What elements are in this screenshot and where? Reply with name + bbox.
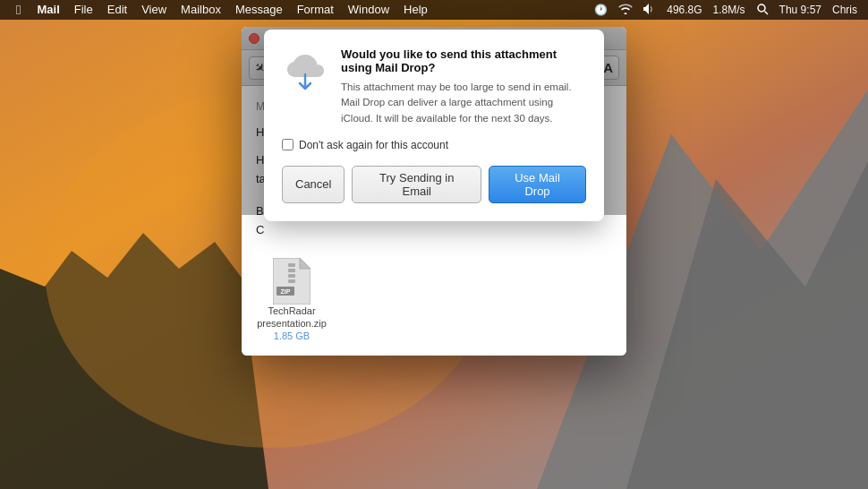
svg-point-5 bbox=[758, 4, 765, 12]
dialog-header: Would you like to send this attachment u… bbox=[282, 47, 586, 126]
use-mail-drop-button[interactable]: Use Mail Drop bbox=[489, 166, 586, 203]
menubar-right: 🕐 496.8G 1.8M/s Thu 9:57 Chris bbox=[591, 3, 861, 18]
time-machine-icon[interactable]: 🕐 bbox=[591, 4, 611, 16]
cancel-button[interactable]: Cancel bbox=[282, 166, 345, 203]
dialog-buttons: Cancel Try Sending in Email Use Mail Dro… bbox=[282, 166, 586, 203]
dont-ask-label[interactable]: Don't ask again for this account bbox=[299, 139, 448, 151]
modal-overlay: Would you like to send this attachment u… bbox=[242, 27, 626, 215]
user-name: Chris bbox=[829, 4, 861, 16]
svg-rect-9 bbox=[288, 263, 295, 267]
attachment-item[interactable]: ZIP TechRadarpresentation.zip 1.85 GB bbox=[256, 258, 328, 341]
menubar-format[interactable]: Format bbox=[290, 0, 341, 20]
attachment-filename: TechRadarpresentation.zip bbox=[257, 305, 327, 330]
volume-icon[interactable] bbox=[640, 4, 660, 17]
svg-text:ZIP: ZIP bbox=[281, 288, 291, 295]
wifi-icon[interactable] bbox=[615, 4, 636, 17]
dont-ask-checkbox[interactable] bbox=[282, 139, 294, 150]
clock: Thu 9:57 bbox=[776, 4, 825, 16]
dialog-checkbox-row: Don't ask again for this account bbox=[282, 139, 586, 151]
svg-rect-10 bbox=[288, 269, 295, 272]
menubar-mailbox[interactable]: Mailbox bbox=[174, 0, 228, 20]
try-sending-button[interactable]: Try Sending in Email bbox=[352, 166, 481, 203]
search-icon[interactable] bbox=[753, 3, 772, 18]
svg-line-6 bbox=[764, 11, 768, 14]
menubar-help[interactable]: Help bbox=[396, 0, 435, 20]
menubar:  Mail File Edit View Mailbox Message Fo… bbox=[0, 0, 868, 20]
svg-rect-12 bbox=[288, 279, 295, 283]
apple-menu[interactable]:  bbox=[7, 0, 30, 20]
cloud-upload-icon bbox=[282, 47, 328, 94]
menubar-view[interactable]: View bbox=[134, 0, 174, 20]
dialog-body: This attachment may be too large to send… bbox=[341, 80, 586, 126]
svg-marker-8 bbox=[300, 258, 311, 269]
menubar-file[interactable]: File bbox=[67, 0, 100, 20]
attachment-area: ZIP TechRadarpresentation.zip 1.85 GB bbox=[242, 251, 626, 356]
battery-storage: 496.8G bbox=[663, 4, 705, 16]
dialog-title: Would you like to send this attachment u… bbox=[341, 47, 586, 74]
menubar-edit[interactable]: Edit bbox=[100, 0, 134, 20]
mail-window: Presentation ✈ ≡ ▾ ⊡ 📎 ☰ ▾ A bbox=[242, 27, 626, 356]
sign-line2: C bbox=[256, 221, 612, 240]
dialog: Would you like to send this attachment u… bbox=[264, 30, 604, 221]
menubar-window[interactable]: Window bbox=[341, 0, 396, 20]
attachment-size: 1.85 GB bbox=[274, 330, 310, 341]
zip-file-icon: ZIP bbox=[273, 258, 311, 305]
menubar-message[interactable]: Message bbox=[228, 0, 290, 20]
network-speed: 1.8M/s bbox=[710, 4, 749, 16]
svg-rect-11 bbox=[288, 274, 295, 278]
menubar-mail[interactable]: Mail bbox=[30, 0, 66, 20]
